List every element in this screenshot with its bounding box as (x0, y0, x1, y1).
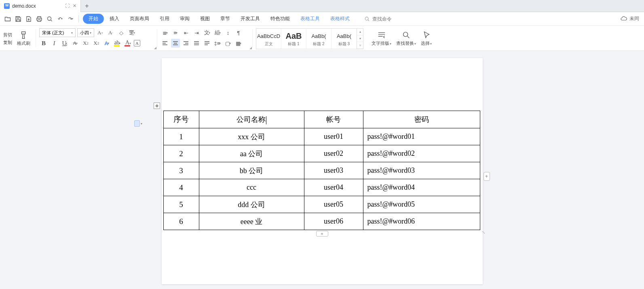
cell-name[interactable]: eeee 业 (199, 213, 304, 230)
add-column-handle[interactable]: + (484, 172, 490, 181)
data-table[interactable]: 序号 公司名称 帐号 密码 1xxx 公司user01pass!@#word01… (163, 111, 480, 230)
select-button[interactable]: 选择 ▾ (418, 27, 434, 50)
menu-tab-1[interactable]: 插入 (105, 13, 124, 24)
font-color-button[interactable]: A▾ (123, 39, 132, 48)
strike-button[interactable]: A▾ (71, 39, 80, 48)
bullets-button[interactable]: ≣▾ (160, 28, 169, 37)
table-row[interactable]: 2aa 公司user02pass!@#word02 (163, 145, 480, 162)
style-item-0[interactable]: AaBbCcD正文 (256, 29, 281, 49)
cell-pass[interactable]: pass!@#word05 (363, 196, 480, 213)
open-icon[interactable] (4, 15, 11, 23)
header-acct[interactable]: 帐号 (304, 111, 363, 128)
command-search-input[interactable] (372, 16, 413, 22)
print-icon[interactable] (36, 15, 43, 23)
style-gallery[interactable]: AaBbCcD正文AaB标题 1AaBb(标题 2AaBb(标题 3 (256, 28, 357, 49)
style-scroll-up[interactable]: ▴ (357, 29, 363, 36)
table-row[interactable]: 5ddd 公司user05pass!@#word05 (163, 196, 480, 213)
command-search[interactable] (364, 16, 413, 22)
outdent-button[interactable]: ⇤ (182, 28, 190, 37)
font-dialog-launcher[interactable]: ◢ (154, 46, 156, 50)
table-row[interactable]: 6eeee 业user06pass!@#word06 (163, 213, 480, 230)
paragraph-dialog-launcher[interactable]: ◢ (249, 46, 252, 50)
char-border-button[interactable]: A (134, 40, 140, 46)
cell-num[interactable]: 6 (163, 213, 199, 230)
menu-tab-5[interactable]: 视图 (195, 13, 215, 24)
menu-tab-8[interactable]: 特色功能 (266, 13, 295, 24)
cut-button[interactable]: 剪切 (3, 32, 12, 38)
style-item-1[interactable]: AaB标题 1 (281, 29, 306, 49)
save-icon[interactable] (15, 15, 22, 23)
borders-button[interactable]: ▦▾ (234, 39, 243, 48)
table-header-row[interactable]: 序号 公司名称 帐号 密码 (163, 111, 480, 128)
cell-num[interactable]: 5 (163, 196, 199, 213)
close-tab-icon[interactable]: ✕ (73, 3, 76, 8)
cell-pass[interactable]: pass!@#word06 (363, 213, 480, 230)
print-preview-icon[interactable] (46, 15, 53, 23)
clear-format-button[interactable]: ◇ (117, 28, 126, 37)
shrink-font-button[interactable]: A- (106, 28, 115, 37)
subscript-button[interactable]: X2 (92, 39, 101, 48)
format-painter-button[interactable]: 格式刷 (15, 27, 33, 50)
cell-pass[interactable]: pass!@#word03 (363, 162, 480, 179)
header-pass[interactable]: 密码 (363, 111, 480, 128)
present-icon[interactable]: ⛶ (65, 3, 70, 8)
cell-acct[interactable]: user02 (304, 145, 363, 162)
cell-num[interactable]: 3 (163, 162, 199, 179)
find-replace-button[interactable]: 查找替换 ▾ (394, 27, 418, 50)
font-family-combo[interactable]: 宋体 (正文)▾ (39, 28, 76, 37)
header-num[interactable]: 序号 (163, 111, 199, 128)
cell-name[interactable]: aa 公司 (199, 145, 304, 162)
table-row[interactable]: 3bb 公司user03pass!@#word03 (163, 162, 480, 179)
menu-tab-3[interactable]: 引用 (155, 13, 174, 24)
cell-pass[interactable]: pass!@#word02 (363, 145, 480, 162)
sort-button[interactable]: ↕ (224, 28, 232, 37)
superscript-button[interactable]: X2 (81, 39, 90, 48)
table-row[interactable]: 4cccuser04pass!@#word04 (163, 179, 480, 196)
bold-button[interactable]: B (39, 39, 48, 48)
cloud-sync-icon[interactable] (621, 16, 627, 22)
grow-font-button[interactable]: A+ (96, 28, 105, 37)
line-spacing-button[interactable]: ‡≡▾ (213, 39, 222, 48)
cell-acct[interactable]: user06 (304, 213, 363, 230)
undo-icon[interactable]: ↶▾ (57, 15, 64, 23)
style-scroll-more[interactable]: ▿ (357, 42, 363, 49)
style-item-3[interactable]: AaBb(标题 3 (332, 29, 357, 49)
cell-name[interactable]: bb 公司 (199, 162, 304, 179)
align-distributed-button[interactable] (203, 39, 211, 48)
style-scroll-down[interactable]: ▾ (357, 36, 363, 42)
style-gallery-scroll[interactable]: ▴ ▾ ▿ (357, 28, 363, 49)
cell-num[interactable]: 4 (163, 179, 199, 196)
show-marks-button[interactable]: ¶ (234, 28, 243, 37)
cell-name[interactable]: ccc (199, 179, 304, 196)
menu-tab-6[interactable]: 章节 (215, 13, 235, 24)
menu-tab-0[interactable]: 开始 (83, 14, 104, 24)
underline-button[interactable]: U▾ (60, 39, 69, 48)
menu-tab-4[interactable]: 审阅 (175, 13, 194, 24)
copy-button[interactable]: 复制 (3, 40, 12, 46)
cell-num[interactable]: 2 (163, 145, 199, 162)
align-right-button[interactable] (182, 39, 190, 48)
menu-tab-7[interactable]: 开发工具 (236, 13, 265, 24)
new-tab-button[interactable]: + (81, 2, 93, 10)
page[interactable]: ▾ ✥ 序号 公司名称 帐号 密码 1xxx 公司user01pass!@#wo… (162, 58, 483, 284)
redo-icon[interactable]: ↷▾ (67, 15, 74, 23)
style-item-2[interactable]: AaBb(标题 2 (306, 29, 332, 49)
menu-tab-9[interactable]: 表格工具 (296, 13, 325, 24)
paragraph-anchor-button[interactable]: ▾ (133, 119, 143, 128)
add-row-handle[interactable]: + (316, 231, 328, 237)
cell-acct[interactable]: user03 (304, 162, 363, 179)
font-size-combo[interactable]: 小四▾ (77, 28, 94, 37)
export-icon[interactable] (25, 15, 32, 23)
highlight-button[interactable]: ab▾ (113, 39, 122, 48)
align-left-button[interactable] (160, 39, 169, 48)
indent-button[interactable]: ⇥ (192, 28, 201, 37)
cell-name[interactable]: xxx 公司 (199, 128, 304, 145)
cell-acct[interactable]: user01 (304, 128, 363, 145)
document-tab[interactable]: demo.docx ⛶ ✕ (0, 0, 81, 12)
cell-pass[interactable]: pass!@#word01 (363, 128, 480, 145)
cell-acct[interactable]: user04 (304, 179, 363, 196)
header-name[interactable]: 公司名称 (199, 111, 304, 128)
align-justify-button[interactable] (192, 39, 201, 48)
numbering-button[interactable]: ≡▾ (171, 28, 180, 37)
shading-button[interactable]: ▢▾ (224, 39, 232, 48)
